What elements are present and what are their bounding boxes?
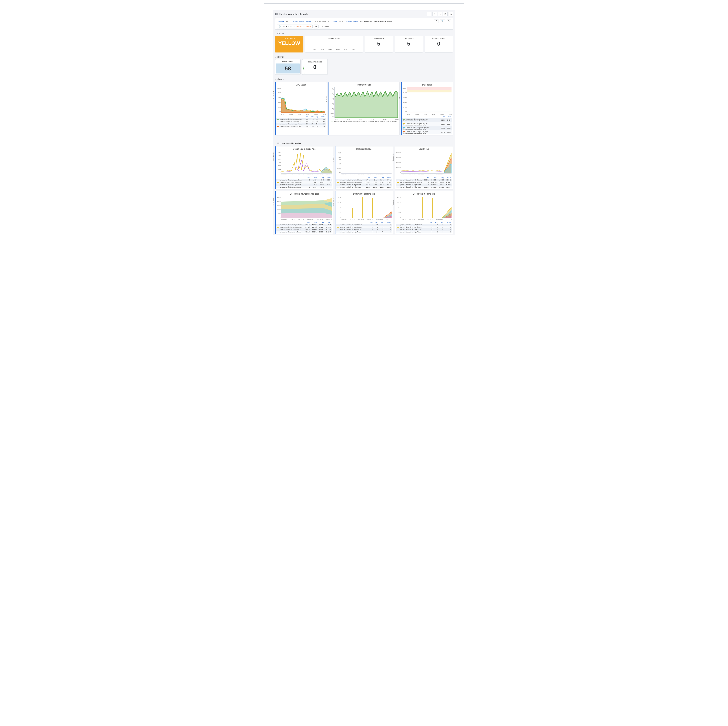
pending-tasks-value: 0: [427, 40, 451, 47]
total-nodes-title: Total Nodes: [367, 37, 391, 39]
svg-rect-13: [432, 198, 433, 218]
active-shards-value: 58: [276, 65, 300, 72]
panel-doc-merge-title: Documents merging rate: [396, 193, 452, 195]
filter-bar: Interval 5m Elasticsearch Cluster openeb…: [275, 18, 453, 30]
dashboard-icon: [275, 13, 277, 15]
cluster-select[interactable]: openebs-ci-elastic: [312, 20, 330, 23]
panel-doc-idx-rate-legend: minmaxavgcurrentopenebs-ci-elastic-es-cg…: [276, 177, 332, 188]
active-shards-card[interactable]: Active shards 58: [275, 59, 301, 75]
data-nodes-title: Data nodes: [396, 37, 421, 39]
panel-doc-count-legend: minmaxavgcurrentopenebs-ci-elastic-es-cg…: [276, 221, 332, 233]
panel-idx-latency-plot: 200 ms150 ms100 ms50 ms0 ns: [341, 151, 392, 174]
page-title[interactable]: Elasticsearch dashboard: [279, 13, 308, 16]
zoom-out-button[interactable]: 🔍: [440, 19, 445, 23]
time-forward-button[interactable]: ❯: [447, 19, 451, 23]
panel-doc-count-plot: 25 Mil20 Mil15 Mil10 Mil5 Mil0: [281, 197, 332, 218]
node-select[interactable]: All: [338, 20, 344, 23]
clock-icon: 🕓: [278, 25, 281, 27]
panel-doc-merge-plot: 2.0 K1.5 K1.0 K5000: [401, 197, 451, 218]
panel-disk-title: Disk usage: [402, 84, 452, 86]
panel-mem-title: Memory usage: [330, 84, 398, 86]
panel-search-rate[interactable]: Search rate Searches/s 0.00200.00150.001…: [395, 146, 453, 189]
clustername-select[interactable]: ECK-ONPREM-SHASHANK-SRE-ljnvq: [359, 20, 395, 23]
refresh-button[interactable]: ⟳: [314, 24, 318, 29]
panel-disk[interactable]: Disk usage Disk 100.0%80.0%60.0%40.0%20.…: [401, 82, 453, 136]
panel-disk-ylabel: Disk: [399, 97, 400, 100]
pending-tasks-title: Pending tasks: [427, 37, 451, 39]
panel-search-rate-legend: minmaxavgcurrentopenebs-ci-elastic-es-cg…: [396, 177, 452, 188]
panel-doc-del-legend: minmaxavgcurrentopenebs-ci-elastic-es-cg…: [336, 221, 392, 233]
init-shards-card[interactable]: Initializing shards 0: [302, 59, 328, 75]
star-button[interactable]: ☆: [432, 12, 437, 17]
report-icon: 🗎: [321, 26, 323, 27]
panel-doc-idx-rate[interactable]: Documents indexing rate Documents/s 0.06…: [275, 146, 333, 189]
panel-doc-idx-rate-plot: 0.060.050.040.030.020.010: [281, 151, 332, 174]
panel-search-rate-title: Search rate: [396, 148, 452, 150]
row-system[interactable]: System: [275, 77, 453, 81]
panel-idx-latency-legend: minmaxavgcurrentopenebs-ci-elastic-es-cg…: [336, 177, 392, 188]
panel-doc-count-title: Documents count (with replicas): [276, 193, 332, 195]
svg-rect-10: [372, 198, 373, 218]
cluster-label: Elasticsearch Cluster: [293, 20, 311, 22]
total-nodes-value: 5: [367, 40, 391, 47]
active-shards-title: Active shards: [276, 61, 300, 63]
cluster-status-card[interactable]: Cluster status YELLOW: [275, 36, 303, 52]
add-panel-button[interactable]: ⫿⫿⫿: [427, 12, 431, 17]
row-shards[interactable]: Shards: [275, 55, 453, 59]
cluster-status-value: YELLOW: [277, 40, 301, 46]
time-back-button[interactable]: ❮: [434, 19, 439, 23]
time-picker[interactable]: 🕓 Last 30 minutes Refresh every 30s: [277, 24, 313, 29]
panel-idx-latency[interactable]: Indexing latency Latency 200 ms150 ms100…: [335, 146, 393, 189]
panel-cpu-title: CPU usage: [276, 84, 326, 86]
panel-doc-del-title: Documents deleting rate: [336, 193, 392, 195]
total-nodes-card[interactable]: Total Nodes 5: [365, 36, 393, 52]
panel-doc-merge[interactable]: Documents merging rate Merges/s 2.0 K1.5…: [395, 191, 453, 234]
svg-rect-8: [352, 208, 353, 218]
init-shards-value: 0: [304, 64, 326, 70]
save-button[interactable]: 🖫: [443, 12, 448, 17]
row-cluster[interactable]: Cluster: [275, 31, 453, 36]
share-button[interactable]: ↗: [438, 12, 442, 17]
data-nodes-card[interactable]: Data nodes 5: [395, 36, 423, 52]
row-docs[interactable]: Documents and Latencies: [275, 141, 453, 146]
panel-mem-plot: 572 MiB477 MiB381 MiB286 MiB191 MiB95 Mi…: [335, 87, 398, 118]
panel-doc-merge-legend: minmaxavgcurrentopenebs-ci-elastic-es-cg…: [396, 221, 452, 233]
clustername-label: Cluster Name: [346, 20, 358, 22]
panel-idx-latency-title: Indexing latency: [336, 148, 392, 150]
panel-doc-del[interactable]: Documents deleting rate Documents/s 4.0 …: [335, 191, 393, 234]
interval-label: Interval: [278, 20, 284, 22]
report-button[interactable]: 🗎 report: [320, 25, 330, 29]
init-shards-spark: [303, 61, 304, 74]
cluster-status-title: Cluster status: [277, 37, 301, 39]
settings-button[interactable]: ⚙: [449, 12, 453, 17]
cluster-health-card[interactable]: Cluster Health 16:1516:2016:2516:3016:35…: [305, 36, 363, 52]
panel-cpu-plot: 100%80%60%40%20%0%: [281, 87, 326, 113]
time-range: Last 30 minutes: [282, 26, 295, 27]
panel-disk-legend: minmaxopenebs-ci-elastic-es-cg8mf8zmss -…: [402, 116, 452, 134]
panel-mem[interactable]: Memory usage Memory 572 MiB477 MiB381 Mi…: [329, 82, 399, 136]
panel-search-rate-plot: 0.00200.00150.00100.00050: [401, 151, 451, 174]
panel-doc-del-plot: 4.0 K3.0 K2.0 K1.0 K0: [341, 197, 392, 218]
node-label: Node: [333, 20, 337, 22]
pending-tasks-card[interactable]: Pending tasks 0: [425, 36, 453, 52]
panel-cpu[interactable]: CPU usage CPU usage 100%80%60%40%20%0% 1…: [275, 82, 327, 136]
refresh-interval: Refresh every 30s: [296, 26, 311, 27]
panel-disk-plot: 100.0%80.0%60.0%40.0%20.0%0%: [407, 87, 451, 113]
panel-mem-legend: openebs-ci-elastic-es-4cqszjcsgl,openebs…: [330, 120, 398, 123]
data-nodes-value: 5: [396, 40, 421, 47]
interval-select[interactable]: 5m: [285, 20, 291, 23]
panel-mem-ylabel: Memory: [326, 96, 328, 102]
svg-rect-12: [422, 197, 423, 218]
panel-doc-idx-rate-title: Documents indexing rate: [276, 148, 332, 150]
panel-cpu-ylabel: CPU usage: [272, 91, 274, 99]
panel-doc-count[interactable]: Documents count (with replicas) Document…: [275, 191, 333, 234]
panel-cpu-legend: minmaxavgcurrentopenebs-ci-elastic-es-cg…: [276, 116, 326, 128]
cluster-health-xticks: 16:1516:2016:2516:3016:3516:40: [307, 49, 361, 50]
cluster-health-title: Cluster Health: [307, 37, 361, 39]
cluster-health-bars: [307, 40, 361, 48]
svg-rect-9: [362, 197, 363, 218]
init-shards-title: Initializing shards: [304, 61, 326, 63]
